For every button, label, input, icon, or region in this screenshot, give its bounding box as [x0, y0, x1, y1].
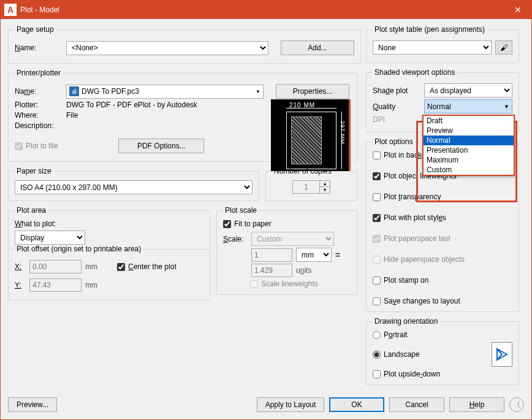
pdf-options-button[interactable]: PDF Options...	[118, 139, 204, 153]
plot-style-select[interactable]: None	[373, 40, 492, 55]
quality-option-draft[interactable]: Draft	[424, 116, 514, 126]
scale-units-count[interactable]	[251, 264, 292, 277]
ok-button[interactable]: OK	[329, 397, 384, 412]
y-label: Y:	[15, 281, 26, 289]
description-label: Description:	[15, 121, 63, 130]
preview-button[interactable]: Preview...	[8, 397, 57, 412]
page-setup-name-select[interactable]: <None>	[66, 41, 268, 55]
plot-style-edit-button[interactable]: 🖌	[495, 40, 512, 55]
copies-legend: Number of copies	[272, 167, 333, 175]
paper-preview: 210 MM 297 MM	[271, 99, 351, 173]
printer-legend: Printer/plotter	[15, 69, 63, 77]
scale-lineweights-checkbox: Scale lineweights	[250, 280, 351, 288]
quality-option-presentation[interactable]: Presentation	[424, 145, 514, 155]
where-value: File	[66, 111, 78, 120]
apply-layout-button[interactable]: Apply to Layout	[257, 397, 324, 412]
what-to-plot-select[interactable]: Display	[15, 231, 85, 245]
printer-group: Printer/plotter Name: 🖨 DWG To PDF.pc3 ▼…	[8, 69, 357, 162]
plotter-value: DWG To PDF - PDF ePlot - by Autodesk	[66, 101, 197, 109]
what-to-plot-label: What to plot:	[15, 220, 203, 228]
copies-group: Number of copies ▲▼	[265, 167, 357, 201]
scale-select[interactable]: Custom	[251, 232, 334, 246]
paintbrush-icon: 🖌	[500, 43, 508, 52]
plot-offset-group: Plot offset (origin set to printable are…	[8, 245, 210, 300]
scale-label: Scale:	[223, 235, 248, 243]
plot-offset-legend: Plot offset (origin set to printable are…	[15, 245, 143, 253]
quality-option-preview[interactable]: Preview	[424, 126, 514, 136]
preview-height-label: 297 MM	[340, 121, 346, 145]
scale-units-label: units	[296, 266, 311, 275]
x-input[interactable]	[29, 260, 82, 273]
page-setup-name-label: Name:	[15, 44, 63, 52]
page-setup-legend: Page setup	[15, 25, 56, 34]
plot-scale-legend: Plot scale	[223, 206, 259, 215]
close-button[interactable]: ✕	[504, 1, 531, 19]
printer-name-select[interactable]: 🖨 DWG To PDF.pc3 ▼	[66, 85, 264, 99]
page-setup-group: Page setup Name: <None> Add...	[8, 25, 361, 64]
center-plot-checkbox[interactable]: Center the plot	[117, 262, 177, 271]
plot-dialog: A Plot - Model ✕ Page setup Name: <None>…	[0, 0, 532, 420]
copies-input[interactable]	[292, 180, 320, 194]
y-input[interactable]	[29, 278, 82, 292]
hide-paperspace-checkbox: Hide paperspace objects	[373, 255, 512, 264]
save-changes-checkbox[interactable]: Save changes to layout	[373, 297, 512, 305]
printer-icon: 🖨	[69, 86, 79, 96]
preview-width-label: 210 MM	[289, 102, 315, 109]
quality-select[interactable]: Normal▼ Draft Preview Normal Presentatio…	[424, 99, 512, 113]
where-label: Where:	[15, 111, 63, 120]
help-button[interactable]: Help	[449, 397, 504, 412]
copies-spinner[interactable]: ▲▼	[320, 180, 330, 194]
add-button[interactable]: Add...	[281, 40, 354, 55]
plot-to-file-checkbox: Plot to file	[15, 142, 58, 150]
title-bar: A Plot - Model ✕	[1, 1, 531, 19]
paper-size-legend: Paper size	[15, 167, 53, 175]
plot-transparency-checkbox[interactable]: Plot transparency	[373, 193, 512, 201]
chevron-left-icon: 〈	[513, 400, 520, 410]
chevron-down-icon: ▼	[504, 104, 509, 110]
dpi-label: DPI	[373, 115, 420, 124]
printer-name-label: Name:	[15, 87, 63, 96]
plot-style-group: Plot style table (pen assignments) None …	[366, 25, 519, 63]
shade-plot-select[interactable]: As displayed	[424, 83, 512, 97]
orientation-icon	[492, 342, 512, 367]
plot-options-legend: Plot options	[373, 137, 415, 146]
properties-button[interactable]: Properties...	[276, 84, 349, 99]
x-mm: mm	[85, 262, 97, 271]
x-label: X:	[15, 262, 26, 271]
plot-scale-group: Plot scale Fit to paper Scale: Custom mm	[216, 206, 357, 295]
upside-down-checkbox[interactable]: Plot upside-down	[373, 370, 487, 378]
collapse-button[interactable]: 〈	[509, 397, 524, 412]
paper-size-select[interactable]: ISO A4 (210.00 x 297.00 MM)	[15, 180, 253, 194]
portrait-radio[interactable]: Portrait	[373, 330, 487, 339]
quality-dropdown[interactable]: Draft Preview Normal Presentation Maximu…	[422, 115, 515, 176]
equals-icon: =	[335, 250, 340, 260]
plot-style-legend: Plot style table (pen assignments)	[373, 25, 487, 34]
quality-label: Quality	[373, 102, 420, 111]
scale-unit-select[interactable]: mm	[296, 248, 332, 262]
cancel-button[interactable]: Cancel	[389, 397, 444, 412]
plotter-label: Plotter:	[15, 101, 63, 109]
fit-to-paper-checkbox[interactable]: Fit to paper	[223, 220, 351, 228]
shade-plot-label: Shade plot	[373, 86, 420, 95]
paper-size-group: Paper size ISO A4 (210.00 x 297.00 MM)	[8, 167, 259, 201]
y-mm: mm	[85, 281, 97, 289]
quality-option-custom[interactable]: Custom	[424, 165, 514, 175]
plot-paperspace-checkbox: Plot paperspace last	[373, 234, 512, 243]
quality-option-maximum[interactable]: Maximum	[424, 155, 514, 165]
plot-styles-checkbox[interactable]: Plot with plot styles	[373, 213, 512, 222]
orientation-legend: Drawing orientation	[373, 317, 439, 326]
plot-stamp-checkbox[interactable]: Plot stamp on	[373, 276, 512, 284]
app-logo-icon: A	[4, 4, 17, 16]
shaded-legend: Shaded viewport options	[373, 68, 457, 77]
quality-option-normal[interactable]: Normal	[424, 136, 514, 145]
landscape-radio[interactable]: Landscape	[373, 350, 487, 359]
shaded-viewport-group: Shaded viewport options Shade plot As di…	[366, 68, 519, 132]
orientation-group: Drawing orientation Portrait Landscape P…	[366, 317, 519, 385]
window-title: Plot - Model	[20, 6, 504, 14]
scale-unit-count[interactable]	[251, 248, 292, 262]
plot-area-legend: Plot area	[15, 206, 48, 215]
